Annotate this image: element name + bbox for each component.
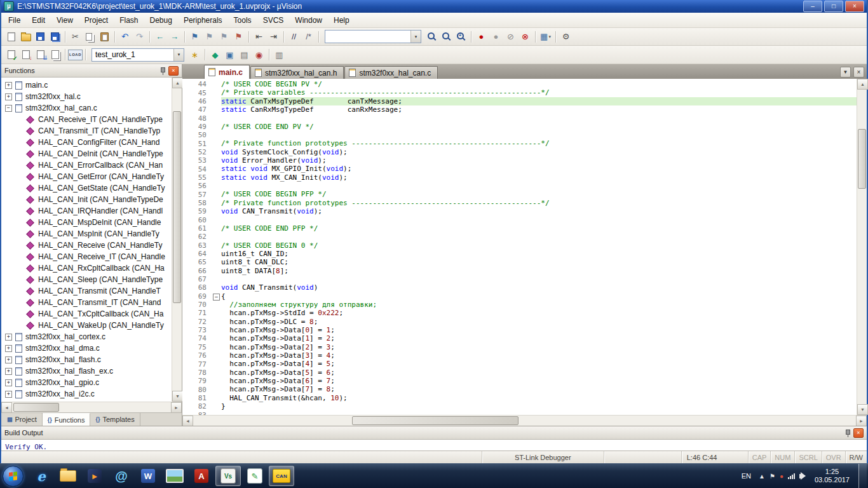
fold-margin[interactable] [211, 250, 221, 258]
tree-function-item[interactable]: HAL_CAN_ConfigFilter (CAN_Hand [1, 137, 172, 148]
tree-function-item[interactable]: HAL_CAN_MspDeInit (CAN_Handle [1, 217, 172, 228]
fold-margin[interactable] [211, 343, 221, 351]
explorer-folder-icon[interactable] [55, 466, 81, 486]
breakpoint-enable-button[interactable]: ● [489, 30, 503, 44]
adobe-reader-icon[interactable]: A [189, 466, 214, 486]
menu-tools[interactable]: Tools [228, 14, 257, 27]
fold-margin[interactable] [211, 190, 221, 198]
tree-function-item[interactable]: HAL_CAN_GetState (CAN_HandleTy [1, 182, 172, 194]
scroll-left-icon[interactable] [182, 416, 193, 426]
scroll-up-icon[interactable] [172, 78, 183, 88]
expand-icon[interactable]: + [5, 368, 12, 375]
fold-margin[interactable] [211, 114, 221, 122]
incremental-find-button[interactable]: + [454, 30, 468, 44]
notepad-pencil-icon[interactable]: ✎ [242, 466, 268, 486]
minimize-button[interactable]: – [803, 1, 822, 12]
pin-icon[interactable] [844, 429, 851, 437]
target-dropdown-icon[interactable]: ▾ [173, 49, 184, 61]
search-input[interactable] [325, 32, 410, 41]
expand-icon[interactable]: + [5, 82, 12, 89]
project-window-button[interactable]: ▥ [272, 48, 287, 62]
breakpoint-insert-button[interactable]: ● [474, 30, 489, 44]
menu-flash[interactable]: Flash [114, 14, 144, 27]
tree-file-item[interactable]: +stm32f0xx_hal.c [1, 91, 172, 102]
uncomment-button[interactable]: /* [301, 30, 316, 44]
scroll-down-icon[interactable] [172, 391, 183, 402]
fold-margin[interactable] [211, 88, 221, 97]
bookmark-prev-button[interactable]: ⚑ [202, 30, 217, 44]
find-in-files-button[interactable] [424, 30, 439, 44]
breakpoint-disable-all-button[interactable]: ⊘ [503, 30, 518, 44]
options-for-target-button[interactable]: ∗ [187, 48, 202, 62]
panel-tab-templates[interactable]: {}Templates [90, 413, 140, 426]
tree-file-item[interactable]: +main.c [1, 79, 172, 91]
new-file-button[interactable] [4, 30, 18, 44]
fold-margin[interactable] [211, 139, 221, 147]
fold-margin[interactable] [211, 394, 221, 402]
fold-margin[interactable] [211, 97, 221, 105]
cut-button[interactable]: ✂ [68, 30, 83, 44]
fold-margin[interactable] [211, 326, 221, 334]
tray-alert-icon[interactable]: ● [780, 473, 783, 480]
fold-margin[interactable] [211, 275, 221, 283]
fold-margin[interactable]: − [211, 292, 221, 301]
editor-vertical-scrollbar[interactable] [857, 79, 867, 415]
fold-margin[interactable] [211, 334, 221, 342]
fold-margin[interactable] [211, 318, 221, 326]
menu-svcs[interactable]: SVCS [257, 14, 290, 27]
close-button[interactable]: × [845, 1, 864, 12]
scroll-down-icon[interactable] [857, 404, 868, 415]
tree-vertical-scrollbar[interactable] [172, 78, 182, 402]
fold-margin[interactable] [211, 199, 221, 207]
fold-margin[interactable] [211, 283, 221, 292]
scroll-right-icon[interactable] [171, 402, 182, 413]
expand-icon[interactable]: + [5, 334, 12, 341]
tree-function-item[interactable]: CAN_Receive_IT (CAN_HandleType [1, 114, 172, 125]
fold-margin[interactable] [211, 402, 221, 410]
scroll-track[interactable] [12, 402, 171, 412]
fold-margin[interactable] [211, 148, 221, 156]
tree-function-item[interactable]: HAL_CAN_Sleep (CAN_HandleType [1, 274, 172, 285]
expand-icon[interactable]: + [5, 93, 12, 100]
menu-debug[interactable]: Debug [144, 14, 178, 27]
menu-edit[interactable]: Edit [26, 14, 51, 27]
tree-file-item[interactable]: +stm32f0xx_hal_dma.c [1, 342, 172, 354]
language-indicator[interactable]: EN [739, 471, 754, 481]
tree-file-item[interactable]: +stm32f0xx_hal_flash.c [1, 354, 172, 365]
scroll-track[interactable] [193, 416, 856, 426]
tree-file-item[interactable]: +stm32f0xx_hal_gpio.c [1, 377, 172, 388]
copy-button[interactable] [83, 30, 97, 44]
fold-margin[interactable] [211, 351, 221, 360]
expand-icon[interactable]: + [5, 345, 12, 352]
configure-button[interactable]: ⚙ [559, 30, 573, 44]
rebuild-all-button[interactable] [33, 48, 48, 62]
tree-file-item[interactable]: +stm32f0xx_hal_i2c.c [1, 388, 172, 400]
search-dropdown-icon[interactable]: ▾ [410, 30, 421, 43]
scroll-track[interactable] [172, 88, 182, 391]
tree-file-item[interactable]: +stm32f0xx_hal_cortex.c [1, 331, 172, 342]
scroll-up-icon[interactable] [857, 79, 868, 90]
tree-function-item[interactable]: HAL_CAN_Transmit_IT (CAN_Hand [1, 297, 172, 308]
tray-flag-icon[interactable]: ⚑ [770, 473, 775, 480]
fold-margin[interactable] [211, 267, 221, 275]
undo-button[interactable]: ↶ [118, 30, 132, 44]
translate-file-button[interactable] [4, 48, 18, 62]
tree-horizontal-scrollbar[interactable] [1, 402, 182, 412]
bookmark-toggle-button[interactable]: ⚑ [187, 30, 202, 44]
clock[interactable]: 1:25 03.05.2017 [811, 468, 853, 484]
fold-margin[interactable] [211, 182, 221, 190]
scroll-thumb[interactable] [858, 129, 866, 189]
fold-margin[interactable] [211, 360, 221, 368]
fold-collapse-icon[interactable]: − [213, 294, 220, 301]
fold-margin[interactable] [211, 224, 221, 233]
comment-button[interactable]: // [287, 30, 301, 44]
expand-icon[interactable]: + [5, 391, 12, 398]
hidden-icons-arrow[interactable]: ▲ [759, 473, 765, 480]
scroll-thumb[interactable] [352, 416, 519, 425]
fold-margin[interactable] [211, 309, 221, 317]
tree-function-item[interactable]: CAN_Transmit_IT (CAN_HandleTyp [1, 125, 172, 137]
fold-margin[interactable] [211, 369, 221, 377]
tree-function-item[interactable]: HAL_CAN_TxCpltCallback (CAN_Ha [1, 308, 172, 320]
tree-function-item[interactable]: HAL_CAN_ErrorCallback (CAN_Han [1, 159, 172, 171]
fold-margin[interactable] [211, 301, 221, 309]
